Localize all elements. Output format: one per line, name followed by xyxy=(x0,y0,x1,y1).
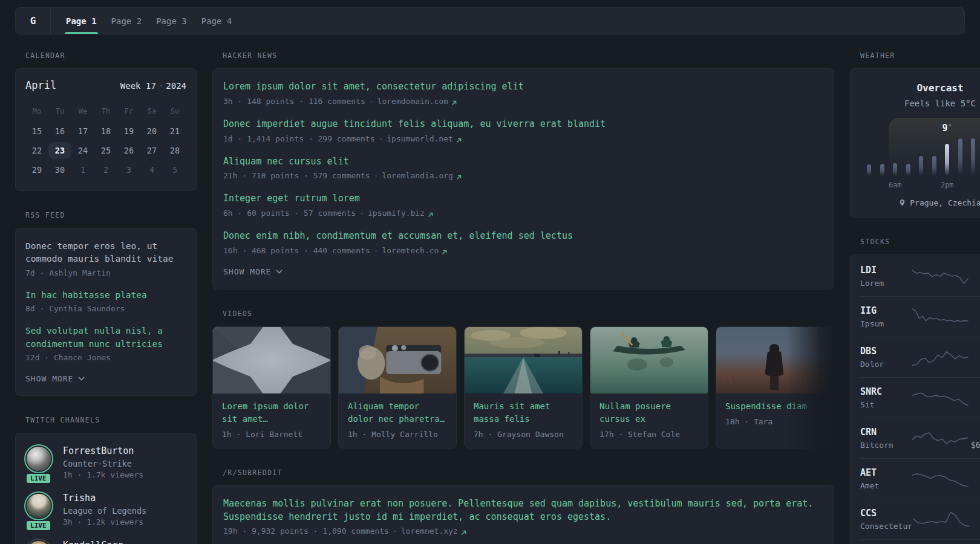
hackernews-item: Integer eget rutrum lorem 6h · 60 points… xyxy=(223,192,823,218)
hackernews-item: Lorem ipsum dolor sit amet, consectetur … xyxy=(223,80,823,106)
video-thumbnail[interactable] xyxy=(339,327,456,393)
twitch-channel-name[interactable]: ForrestBurton xyxy=(63,445,143,456)
stock-symbol[interactable]: SNRC xyxy=(860,386,911,397)
rss-item-title[interactable]: Sed volutpat nulla nisl, a condimentum n… xyxy=(25,325,186,351)
hackernews-item-title[interactable]: Donec enim nibh, condimentum et accumsan… xyxy=(223,230,823,243)
hackernews-item-title[interactable]: Integer eget rutrum lorem xyxy=(223,192,823,206)
video-thumbnail[interactable] xyxy=(465,327,582,393)
stock-symbol[interactable]: AET xyxy=(860,467,911,478)
rss-item-meta: 8d · Cynthia Saunders xyxy=(25,304,186,313)
twitch-channel-category: League of Legends xyxy=(63,506,146,516)
stock-row: LDI Lorem +4.35% $795.18 xyxy=(860,256,980,296)
video-thumbnail[interactable] xyxy=(590,327,708,393)
rss-item-title[interactable]: In hac habitasse platea xyxy=(25,289,186,302)
temperature-bar-slot xyxy=(863,138,876,176)
chevron-down-icon xyxy=(276,270,283,274)
rss-item: In hac habitasse platea 8d · Cynthia Sau… xyxy=(25,289,186,313)
post-domain-link[interactable]: loremnet.xyz xyxy=(401,526,458,536)
rss-item: Sed volutpat nulla nisl, a condimentum n… xyxy=(25,325,186,362)
stock-name: Sit xyxy=(860,400,911,409)
temperature-bar-slot xyxy=(928,138,941,176)
calendar-day: 25 xyxy=(94,142,117,159)
twitch-card: LIVE ForrestBurton Counter-Strike 1h · 1… xyxy=(15,433,197,544)
stock-symbol[interactable]: CRN xyxy=(860,427,911,438)
item-meta-text: 1d · 1,414 points · 299 comments xyxy=(223,134,374,143)
item-domain-link[interactable]: loremtech.co xyxy=(382,246,439,255)
calendar-day: 30 xyxy=(48,161,71,178)
hackernews-item-meta: 21h · 710 points · 579 comments · loreml… xyxy=(223,171,823,180)
item-domain-link[interactable]: loremdomain.com xyxy=(377,97,448,106)
hackernews-item-title[interactable]: Lorem ipsum dolor sit amet, consectetur … xyxy=(223,80,823,94)
calendar-day-header: Tu xyxy=(48,105,71,118)
item-domain-link[interactable]: ipsumworld.net xyxy=(387,134,453,143)
video-title[interactable]: Aliquam tempor dolor nec pharetra… xyxy=(348,400,447,426)
subreddit-post-title[interactable]: Maecenas mollis pulvinar erat non posuer… xyxy=(223,497,823,524)
stock-row: AET Amet +0.92% $499.72 xyxy=(860,458,980,499)
videos-carousel: Lorem ipsum dolor sit amet consectetu… 1… xyxy=(212,326,834,448)
video-meta: 7h · Grayson Dawson xyxy=(474,430,573,439)
hackernews-item-title[interactable]: Aliquam nec cursus elit xyxy=(223,155,823,169)
stock-price: $156.28 xyxy=(969,359,980,369)
temperature-bar xyxy=(919,156,923,176)
twitch-channel-name[interactable]: KendallCarr xyxy=(63,540,123,544)
weather-widget-label: WEATHER xyxy=(860,51,980,60)
item-domain-link[interactable]: loremlandia.org xyxy=(382,171,452,180)
stock-change: +2.84% xyxy=(969,305,980,316)
videos-row: Lorem ipsum dolor sit amet consectetu… 1… xyxy=(212,326,834,448)
stock-name: Bitcorn xyxy=(860,441,911,450)
video-thumbnail[interactable] xyxy=(716,327,834,393)
twitch-channel-name[interactable]: Trisha xyxy=(63,493,146,504)
video-title[interactable]: Nullam posuere cursus ex xyxy=(599,400,699,426)
temperature-bar-current xyxy=(945,144,949,176)
calendar-day: 27 xyxy=(140,142,163,159)
calendar-day-header: We xyxy=(71,105,94,118)
subreddit-post: Maecenas mollis pulvinar erat non posuer… xyxy=(223,497,823,536)
avatar[interactable] xyxy=(27,447,51,471)
tab-page-3[interactable]: Page 3 xyxy=(149,8,194,34)
calendar-widget: CALENDAR April Week 17·2024 MoTuWeThFrSa… xyxy=(15,51,197,191)
degree-symbol: ° xyxy=(948,123,952,131)
logo[interactable]: G xyxy=(16,8,51,34)
stock-change: -1.00% xyxy=(969,426,980,437)
calendar-day: 22 xyxy=(25,142,48,159)
stock-price: $42.04 xyxy=(969,319,980,328)
rss-item-title[interactable]: Donec tempor eros leo, ut commodo mauris… xyxy=(25,240,186,266)
stock-row: CRN Bitcorn -1.00% $66,171.48 xyxy=(860,418,980,458)
video-title[interactable]: Lorem ipsum dolor sit amet consectetu… xyxy=(222,400,321,426)
stock-symbol[interactable]: LDI xyxy=(860,265,911,276)
stock-symbol[interactable]: CCS xyxy=(860,508,912,519)
video-title[interactable]: Suspendisse diam xyxy=(725,400,825,413)
twitch-channel-row[interactable]: KendallCarr xyxy=(25,540,186,544)
weather-hourly-chart: 9° xyxy=(863,118,980,176)
calendar-week-year: Week 17·2024 xyxy=(120,81,186,91)
hackernews-item-title[interactable]: Donec imperdiet augue tincidunt felis al… xyxy=(223,118,823,131)
videos-widget-label: VIDEOS xyxy=(223,309,834,318)
stock-sparkline xyxy=(911,305,969,328)
rss-show-more-button[interactable]: SHOW MORE xyxy=(25,374,85,383)
weather-condition: Overcast xyxy=(863,82,980,94)
item-domain-link[interactable]: ipsumify.biz xyxy=(368,209,425,218)
hackernews-item: Donec imperdiet augue tincidunt felis al… xyxy=(223,118,823,143)
avatar[interactable] xyxy=(27,541,51,544)
avatar[interactable] xyxy=(27,494,51,518)
stock-row: IIG Ipsum +2.84% $42.04 xyxy=(860,296,980,337)
tab-page-1[interactable]: Page 1 xyxy=(59,8,103,34)
calendar-day: 2 xyxy=(94,161,117,178)
tab-page-4[interactable]: Page 4 xyxy=(195,8,239,34)
video-title[interactable]: Mauris sit amet massa felis xyxy=(474,400,573,426)
stock-symbol[interactable]: DBS xyxy=(860,346,911,357)
twitch-channel-row[interactable]: LIVE Trisha League of Legends 3h · 1.2k … xyxy=(25,493,186,526)
video-thumbnail[interactable] xyxy=(213,327,330,393)
subreddit-card: Maecenas mollis pulvinar erat non posuer… xyxy=(212,485,834,544)
video-meta: 1h · Molly Carrillo xyxy=(348,430,447,439)
location-pin-icon xyxy=(899,199,906,207)
calendar-day-header: Mo xyxy=(25,105,48,118)
page-tabs-bar: G Page 1Page 2Page 3Page 4 xyxy=(15,7,965,34)
stock-values: +0.51% $165.84 xyxy=(970,507,980,531)
video-card: Aliquam tempor dolor nec pharetra… 1h · … xyxy=(338,326,457,448)
hackernews-show-more-button[interactable]: SHOW MORE xyxy=(223,267,283,276)
video-meta: 1h · Lori Barnett xyxy=(222,430,321,439)
stock-symbol[interactable]: IIG xyxy=(860,305,911,316)
twitch-channel-row[interactable]: LIVE ForrestBurton Counter-Strike 1h · 1… xyxy=(25,445,186,479)
tab-page-2[interactable]: Page 2 xyxy=(105,8,149,34)
